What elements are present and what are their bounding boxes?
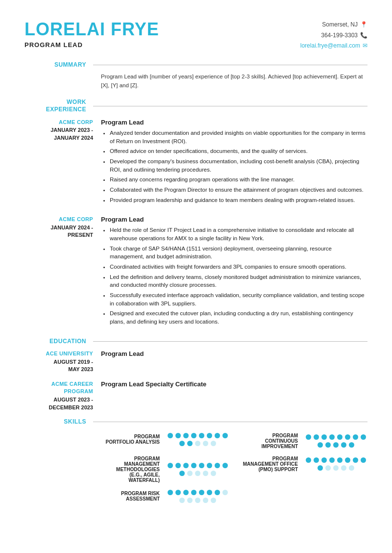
dot bbox=[325, 442, 331, 448]
skill-pmo: PROGRAMMANAGEMENT OFFICE(PMO) SUPPORT bbox=[239, 456, 368, 483]
dot bbox=[179, 498, 185, 503]
job-title-2: Program Lead bbox=[101, 216, 368, 223]
dot bbox=[207, 433, 212, 438]
edu-right-1: Program Lead bbox=[93, 350, 368, 373]
bullet-2-3: Coordinated activities with freight forw… bbox=[110, 263, 368, 271]
dot bbox=[306, 457, 311, 463]
skill-name-2: PROGRAMCONTINUOUSIMPROVEMENT bbox=[239, 433, 298, 449]
skill-dots-5 bbox=[166, 490, 229, 503]
dot bbox=[325, 465, 331, 471]
skill-risk-assessment: PROGRAM RISKASSESSMENT bbox=[101, 490, 229, 503]
dot bbox=[187, 498, 193, 503]
work-experience-section: WORKEXPERIENCE ACME CORP JANUARY 2023 -J… bbox=[24, 99, 368, 328]
dot bbox=[168, 433, 173, 438]
phone-text: 364-199-3303 bbox=[321, 30, 358, 41]
degree-1: Program Lead bbox=[101, 350, 368, 357]
dot bbox=[337, 434, 343, 440]
skills-label: SKILLS bbox=[64, 418, 86, 425]
skill-name-4: PROGRAMMANAGEMENT OFFICE(PMO) SUPPORT bbox=[239, 456, 298, 472]
dot bbox=[215, 490, 220, 495]
bullet-2-2: Took charge of SAP S4/HANA (1511 version… bbox=[110, 245, 368, 261]
dot bbox=[211, 441, 216, 446]
dot bbox=[333, 442, 339, 448]
dot bbox=[222, 490, 228, 495]
bullet-2-5: Successfully executed interface approach… bbox=[110, 291, 368, 307]
dot bbox=[175, 490, 181, 495]
dot bbox=[195, 441, 200, 446]
dot bbox=[361, 457, 366, 463]
summary-divider bbox=[93, 65, 368, 65]
bullet-2-4: Led the definition and delivery teams, c… bbox=[110, 273, 368, 289]
degree-2: Program Lead Specialty Certificate bbox=[101, 380, 368, 388]
dot bbox=[191, 463, 196, 468]
dot bbox=[318, 465, 323, 471]
dot bbox=[187, 471, 193, 476]
skill-name-5: PROGRAM RISKASSESSMENT bbox=[101, 491, 160, 502]
work-right-2: Program Lead Held the role of Senior IT … bbox=[93, 216, 368, 327]
dot bbox=[341, 442, 346, 448]
dot bbox=[349, 465, 354, 471]
dot bbox=[215, 463, 220, 468]
dot bbox=[187, 441, 193, 446]
skill-portfolio-analysis: PROGRAMPORTFOLIO ANALYSIS bbox=[101, 433, 229, 449]
dot bbox=[179, 441, 185, 446]
dot bbox=[329, 457, 335, 463]
dot bbox=[222, 463, 228, 468]
dot bbox=[183, 463, 189, 468]
location-icon: 📍 bbox=[360, 20, 368, 30]
period-2: JANUARY 2024 -PRESENT bbox=[24, 224, 93, 239]
dot bbox=[314, 434, 319, 440]
phone-item: 364-199-3303 📞 bbox=[300, 30, 368, 41]
dot bbox=[191, 490, 196, 495]
dot bbox=[195, 498, 200, 503]
dot bbox=[203, 441, 208, 446]
header-left: LORELAI FRYE PROGRAM LEAD bbox=[24, 20, 159, 49]
dot bbox=[321, 457, 327, 463]
skills-divider bbox=[93, 422, 368, 422]
dot bbox=[349, 442, 354, 448]
bullet-1-5: Collaborated with the Program Director t… bbox=[110, 186, 368, 194]
dot bbox=[179, 471, 185, 476]
location-text: Somerset, NJ bbox=[322, 20, 358, 30]
work-experience-label: WORKEXPERIENCE bbox=[46, 99, 86, 113]
phone-icon: 📞 bbox=[360, 30, 368, 41]
header: LORELAI FRYE PROGRAM LEAD Somerset, NJ 📍… bbox=[24, 20, 368, 51]
summary-section: SUMMARY Program Lead with [number of yea… bbox=[24, 61, 368, 90]
edu-period-1: AUGUST 2019 -MAY 2023 bbox=[24, 358, 93, 374]
bullet-1-6: Provided program leadership and guidance… bbox=[110, 196, 368, 204]
edu-left-1: ACE UNIVERSITY AUGUST 2019 -MAY 2023 bbox=[24, 350, 93, 373]
dot bbox=[329, 434, 335, 440]
dot bbox=[175, 433, 181, 438]
dot bbox=[353, 434, 358, 440]
skills-section: SKILLS PROGRAMPORTFOLIO ANALYSIS bbox=[24, 418, 368, 503]
dot bbox=[168, 463, 173, 468]
skill-methodologies: PROGRAMMANAGEMENTMETHODOLOGIES(E.G., AGI… bbox=[101, 456, 229, 483]
skill-dots-1 bbox=[166, 433, 229, 446]
dot bbox=[203, 498, 208, 503]
email-icon: ✉ bbox=[363, 41, 368, 51]
email-link[interactable]: lorelai.frye@email.com bbox=[300, 41, 360, 51]
bullet-1-3: Developed the company's business documen… bbox=[110, 157, 368, 174]
location-item: Somerset, NJ 📍 bbox=[300, 20, 368, 30]
work-right-1: Program Lead Analyzed tender documentati… bbox=[93, 119, 368, 206]
dot bbox=[199, 463, 204, 468]
job-title-1: Program Lead bbox=[101, 119, 368, 126]
email-item: lorelai.frye@email.com ✉ bbox=[300, 41, 368, 51]
institution-1: ACE UNIVERSITY bbox=[24, 350, 93, 357]
dot bbox=[361, 434, 366, 440]
edu-entry-2: ACME CAREERPROGRAM AUGUST 2023 -DECEMBER… bbox=[24, 380, 368, 412]
dot bbox=[314, 457, 319, 463]
period-1: JANUARY 2023 -JANUARY 2024 bbox=[24, 126, 93, 142]
bullet-2-1: Held the role of Senior IT Project Lead … bbox=[110, 226, 368, 242]
dot bbox=[183, 490, 189, 495]
dot bbox=[333, 465, 339, 471]
institution-2: ACME CAREERPROGRAM bbox=[24, 380, 93, 396]
education-section: EDUCATION ACE UNIVERSITY AUGUST 2019 -MA… bbox=[24, 338, 368, 411]
skill-continuous-improvement: PROGRAMCONTINUOUSIMPROVEMENT bbox=[239, 433, 368, 449]
bullet-list-2: Held the role of Senior IT Project Lead … bbox=[101, 226, 368, 326]
dot bbox=[345, 457, 350, 463]
dot bbox=[175, 463, 181, 468]
dot bbox=[345, 434, 350, 440]
dot bbox=[318, 442, 323, 448]
dot bbox=[321, 434, 327, 440]
